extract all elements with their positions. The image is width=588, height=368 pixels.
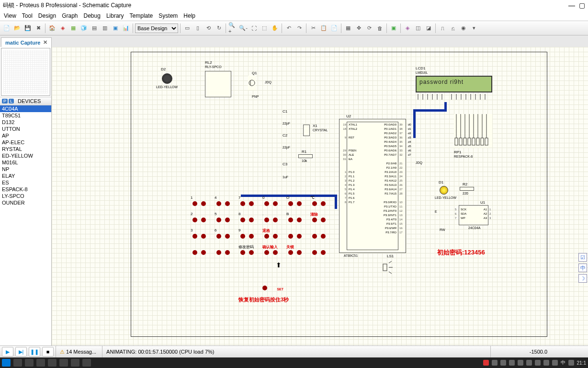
tool-open-icon[interactable]: 📂 [12,23,22,33]
key-button[interactable] [273,250,278,255]
tab-schematic[interactable]: matic Capture ✕ [1,37,52,47]
set-button[interactable] [262,286,267,290]
menu-view[interactable]: View [4,12,16,19]
task-app-icon[interactable] [71,359,79,367]
key-button[interactable] [312,218,317,222]
key-button[interactable] [312,234,317,239]
key-button[interactable] [273,201,278,206]
tool-zoom-area-icon[interactable]: ⬚ [260,23,269,33]
tray-time[interactable]: 21:1 [577,360,586,366]
tool-zoom-in-icon[interactable]: 🔍+ [228,23,237,33]
key-button[interactable] [192,234,197,239]
device-item[interactable]: RYSTAL [0,146,51,152]
key-button[interactable] [264,201,269,206]
device-item[interactable]: ES [0,179,51,186]
menu-system[interactable]: System [158,12,178,19]
key-button[interactable] [312,250,317,255]
menu-template[interactable]: Template [130,12,153,19]
key-button[interactable] [321,250,326,255]
key-button[interactable] [240,218,245,222]
key-button[interactable] [264,250,269,255]
key-button[interactable] [225,201,230,206]
tray-lang[interactable]: 中 [561,359,565,366]
device-item[interactable]: ED-YELLOW [0,152,51,159]
tool-pcb-icon[interactable]: ▦ [68,23,78,33]
device-item[interactable]: AP-ELEC [0,139,51,146]
device-item[interactable]: ESPACK-8 [0,186,51,193]
float-moon-icon[interactable]: ☽ [578,274,587,283]
p-badge[interactable]: P [2,99,8,104]
component-d2[interactable] [162,73,172,84]
sim-play-button[interactable]: ▶ [2,347,13,356]
tool-decomp-icon[interactable]: ◪ [424,23,433,33]
key-button[interactable] [249,234,254,239]
component-r1[interactable] [298,154,313,158]
tool-save-icon[interactable]: 💾 [23,23,33,33]
device-item[interactable]: 4C04A [0,105,51,112]
task-app-icon[interactable] [25,359,34,367]
key-button[interactable] [288,250,293,255]
float-lang-icon[interactable]: 中 [578,264,587,272]
key-button[interactable] [249,218,254,222]
device-list[interactable]: 4C04A T89C51 D132 UTTON AP AP-ELEC RYSTA… [0,105,51,345]
key-button[interactable] [201,218,206,222]
device-item[interactable]: AP [0,132,51,139]
design-selector[interactable]: Base Design [135,23,178,33]
tool-wire-icon[interactable]: ⎍ [438,23,447,33]
tray-icon[interactable] [526,360,532,366]
key-button[interactable] [273,218,278,222]
device-item[interactable]: M016L [0,159,51,166]
key-button[interactable] [216,234,221,239]
tray-icon[interactable] [568,360,574,366]
task-app-icon[interactable] [13,359,22,367]
tool-schematic-icon[interactable]: ◈ [58,23,68,33]
tool-delete-icon[interactable]: 🗑 [375,23,384,33]
tool-bus-icon[interactable]: ⎌ [448,23,458,33]
menu-tool[interactable]: Tool [22,12,33,19]
tool-home-icon[interactable]: 🏠 [47,23,57,33]
sim-stop-button[interactable]: ■ [42,347,54,356]
key-button[interactable] [321,234,326,239]
maximize-button[interactable]: ▢ [579,1,585,9]
device-item[interactable]: D132 [0,119,51,126]
tray-icon[interactable] [492,360,498,366]
key-button[interactable] [321,218,326,222]
l-badge[interactable]: L [9,99,14,104]
tray-icon[interactable] [509,360,515,366]
key-button[interactable] [240,250,245,255]
key-button[interactable] [288,234,293,239]
key-button[interactable] [201,201,206,206]
component-rp1[interactable] [454,114,492,148]
tray-icon[interactable] [500,360,506,366]
key-button[interactable] [192,218,197,222]
key-button[interactable] [216,201,221,206]
component-q1[interactable] [248,76,256,90]
minimize-button[interactable]: — [568,1,575,9]
tool-package-icon[interactable]: ◫ [413,23,423,33]
key-button[interactable] [201,234,206,239]
menu-graph[interactable]: Graph [62,12,78,19]
tray-icon[interactable] [543,360,549,366]
device-item[interactable]: OUNDER [0,199,51,206]
tool-block-icon[interactable]: ▦ [343,23,353,33]
component-lcd[interactable]: password ri9ht [416,76,492,92]
tool-close-icon[interactable]: ✖ [34,23,43,33]
task-app-icon[interactable] [48,359,57,367]
tool-junction-icon[interactable]: ◉ [459,23,468,33]
float-check-icon[interactable]: ☑ [578,253,587,262]
key-button[interactable] [321,201,326,206]
sim-step-button[interactable]: ▶| [15,347,27,356]
key-button[interactable] [249,250,254,255]
tool-move-icon[interactable]: ✥ [354,23,363,33]
sim-pause-button[interactable]: ❚❚ [29,347,40,356]
component-d1[interactable] [440,186,448,195]
schematic-canvas[interactable]: D2 LED-YELLOW RL2 RLY-SPCO Q1 JDQ PNP LC… [52,47,588,345]
tool-flip-icon[interactable]: ▯ [193,23,203,33]
tool-more-icon[interactable]: ▾ [469,23,479,33]
task-start-icon[interactable] [2,359,11,367]
key-button[interactable] [240,234,245,239]
tool-pan-icon[interactable]: ✋ [270,23,280,33]
tool-source-icon[interactable]: ▣ [111,23,120,33]
tray-icon[interactable] [535,360,541,366]
key-button[interactable] [264,218,269,222]
